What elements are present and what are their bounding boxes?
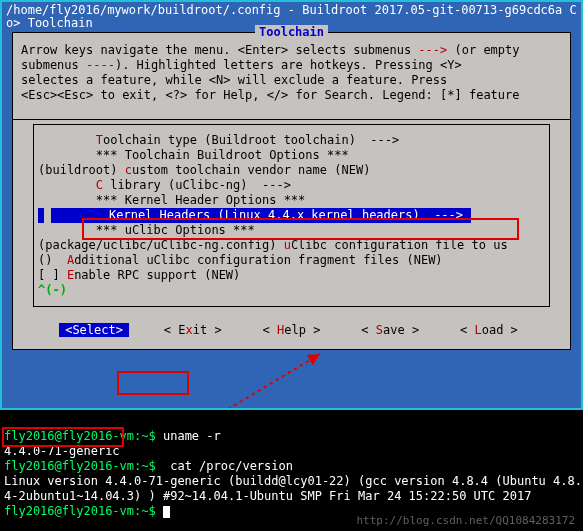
output-line: 4.4.0-71-generic: [4, 444, 120, 458]
menu-item-toolchain-type[interactable]: Toolchain type (Buildroot toolchain) ---…: [38, 133, 545, 148]
load-button[interactable]: < Load >: [454, 323, 524, 337]
menu-heading: *** Toolchain Buildroot Options ***: [38, 148, 545, 163]
exit-button[interactable]: < Exit >: [158, 323, 228, 337]
menu-item-rpc-support[interactable]: [ ] Enable RPC support (NEW): [38, 268, 545, 283]
watermark: http://blog.csdn.net/QQ1084283172: [356, 513, 575, 528]
prompt: fly2016@fly2016-vm:~$: [4, 459, 163, 473]
config-dialog: Toolchain Arrow keys navigate the menu. …: [12, 32, 571, 350]
help-text: Arrow keys navigate the menu. <Enter> se…: [13, 39, 570, 111]
prompt: fly2016@fly2016-vm:~$: [4, 504, 163, 518]
menu-item-c-library[interactable]: C library (uClibc-ng) --->: [38, 178, 545, 193]
output-line: Linux version 4.4.0-71-generic (buildd@l…: [4, 474, 582, 488]
menu-item-additional-fragments[interactable]: () Additional uClibc configuration fragm…: [38, 253, 545, 268]
select-button[interactable]: <Select>: [59, 323, 129, 337]
menu-heading: *** uClibc Options ***: [38, 223, 545, 238]
help-button[interactable]: < Help >: [257, 323, 327, 337]
divider: [13, 119, 570, 120]
terminal-output[interactable]: fly2016@fly2016-vm:~$ uname -r 4.4.0-71-…: [0, 408, 583, 531]
save-button[interactable]: < Save >: [355, 323, 425, 337]
highlight-box-icon: [117, 371, 189, 395]
prompt: fly2016@fly2016-vm:~$: [4, 429, 163, 443]
command: uname -r: [163, 429, 221, 443]
scroll-indicator: ^(-): [38, 283, 545, 298]
menu-heading: *** Kernel Header Options ***: [38, 193, 545, 208]
output-line: 4-2ubuntu1~14.04.3) ) #92~14.04.1-Ubuntu…: [4, 489, 531, 503]
command: cat /proc/version: [163, 459, 293, 473]
menu-list[interactable]: Toolchain type (Buildroot toolchain) ---…: [33, 124, 550, 307]
dialog-title: Toolchain: [13, 25, 570, 39]
menu-item-uclibc-config[interactable]: (package/uclibc/uClibc-ng.config) uClibc…: [38, 238, 545, 253]
menu-item-kernel-headers[interactable]: Kernel Headers (Linux 4.4.x kernel heade…: [38, 208, 545, 223]
cursor-icon: [163, 506, 170, 518]
button-bar: <Select> < Exit > < Help > < Save > < Lo…: [13, 317, 570, 339]
menu-item-vendor-name[interactable]: (buildroot) custom toolchain vendor name…: [38, 163, 545, 178]
